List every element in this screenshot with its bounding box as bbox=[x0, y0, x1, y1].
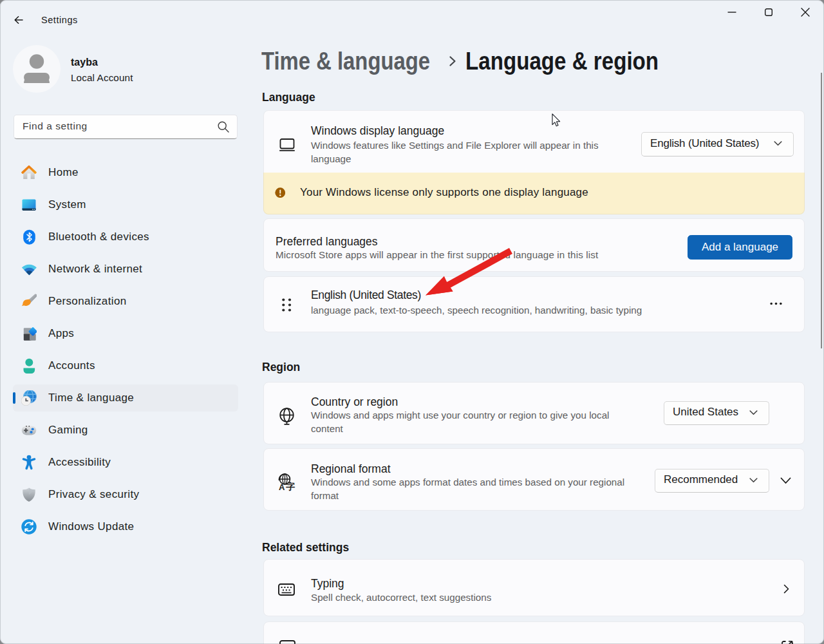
svg-text:A: A bbox=[279, 482, 285, 491]
svg-text:字: 字 bbox=[286, 481, 295, 491]
